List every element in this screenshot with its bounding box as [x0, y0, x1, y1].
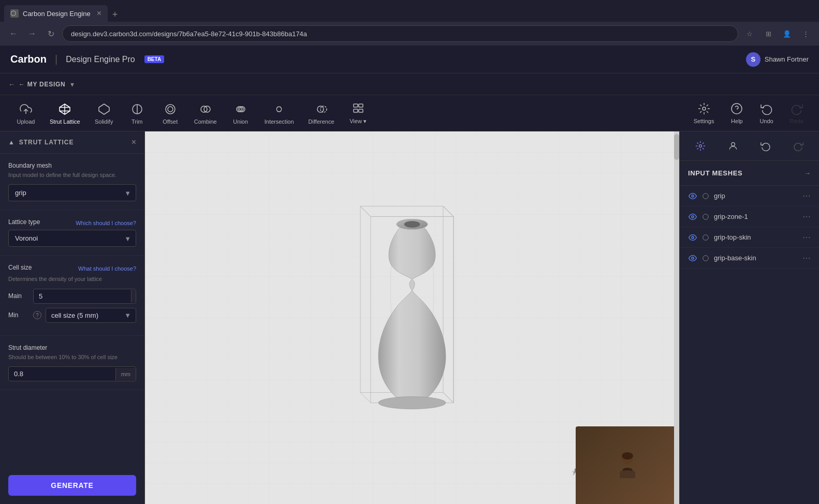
collapse-icon[interactable]: ▲	[8, 139, 15, 146]
extensions-button[interactable]: ⊞	[761, 26, 776, 41]
mesh-shape-icon-grip	[701, 192, 710, 200]
logo-separator: |	[55, 53, 57, 65]
back-to-design-button[interactable]: ← ← MY DESIGN ▾	[8, 80, 74, 88]
mesh-item-grip-top-skin[interactable]: grip-top-skin ⋯	[680, 227, 819, 248]
app: Carbon | Design Engine Pro BETA S Shawn …	[0, 46, 819, 504]
panel-title: ▲ STRUT LATTICE	[8, 139, 74, 146]
person-tool-button[interactable]	[722, 138, 744, 154]
lattice-type-help-link[interactable]: Which should I choose?	[76, 220, 136, 226]
profile-button[interactable]: 👤	[780, 26, 794, 41]
mesh-name-grip: grip	[714, 192, 798, 200]
settings-label: Settings	[694, 118, 714, 124]
undo-tool-button[interactable]	[754, 138, 777, 154]
mesh-visibility-button-grip[interactable]	[688, 191, 697, 201]
lattice-type-select[interactable]: Voronoi	[8, 230, 136, 247]
right-panel-expand-button[interactable]: →	[804, 169, 811, 177]
bookmark-button[interactable]: ☆	[742, 26, 757, 41]
mesh-item-grip-zone-1[interactable]: grip-zone-1 ⋯	[680, 206, 819, 227]
address-bar[interactable]: design.dev3.carbon3d.com/designs/7b6a7ea…	[62, 25, 738, 42]
right-panel: INPUT MESHES → grip ⋯	[679, 131, 819, 504]
main-toolbar: Upload Strut Lattice Solidify Trim	[0, 95, 819, 131]
viewport-scrollbar-handle[interactable]	[674, 134, 679, 160]
mesh-visibility-button-grip-base-skin[interactable]	[688, 254, 697, 263]
toolbar-item-upload[interactable]: Upload	[10, 99, 41, 128]
redo-label: Redo	[790, 118, 803, 124]
beta-badge: BETA	[144, 55, 164, 63]
cell-size-main-unit: mm	[131, 290, 136, 302]
my-design-label: ← MY DESIGN	[19, 81, 65, 88]
cell-size-main-row: Main mm	[8, 289, 136, 304]
strut-diameter-desc: Should be between 10% to 30% of cell siz…	[8, 353, 136, 361]
toolbar-right: Settings Help Undo Redo	[689, 99, 809, 127]
toolbar-item-intersection[interactable]: Intersection	[258, 99, 300, 128]
reload-button[interactable]: ↻	[43, 26, 58, 41]
mesh-more-button-grip[interactable]: ⋯	[802, 191, 811, 201]
mesh-item-grip[interactable]: grip ⋯	[680, 186, 819, 206]
back-button[interactable]: ←	[6, 26, 21, 41]
new-tab-button[interactable]: +	[108, 7, 122, 22]
panel-spacer	[0, 390, 144, 467]
toolbar-item-strut-lattice[interactable]: Strut Lattice	[43, 99, 86, 128]
toolbar-item-view[interactable]: View ▾	[343, 98, 374, 128]
toolbar-help-button[interactable]: Help	[725, 99, 748, 127]
toolbar-item-trim[interactable]: Trim	[122, 99, 153, 128]
upload-label: Upload	[17, 118, 35, 125]
active-tab[interactable]: ⬡ Carbon Design Engine ×	[4, 5, 108, 22]
svg-point-55	[692, 236, 694, 239]
svg-point-8	[166, 105, 175, 114]
model-3d	[334, 196, 490, 430]
redo-icon	[791, 102, 803, 116]
viewport[interactable]: z x y	[145, 131, 679, 504]
mesh-more-button-grip-top-skin[interactable]: ⋯	[802, 232, 811, 242]
cell-size-main-input[interactable]	[34, 289, 131, 303]
svg-point-54	[703, 214, 709, 219]
upload-icon	[19, 102, 33, 116]
generate-button[interactable]: GENERATE	[8, 475, 136, 496]
redo-tool-button[interactable]	[787, 138, 810, 154]
forward-button[interactable]: →	[25, 26, 39, 41]
settings-tool-button[interactable]	[689, 138, 712, 154]
menu-button[interactable]: ⋮	[798, 26, 813, 41]
boundary-mesh-select-wrapper: grip ▼	[8, 184, 136, 201]
viewport-scrollbar[interactable]	[674, 131, 679, 504]
app-header: Carbon | Design Engine Pro BETA S Shawn …	[0, 46, 819, 73]
cell-size-min-select[interactable]: cell size (5 mm)	[46, 308, 136, 323]
tab-close-button[interactable]: ×	[97, 9, 101, 18]
nav-icons: ☆ ⊞ 👤 ⋮	[742, 26, 813, 41]
mesh-visibility-button-grip-zone-1[interactable]	[688, 212, 697, 221]
boundary-mesh-desc: Input model to define the full design sp…	[8, 171, 136, 179]
mesh-item-grip-base-skin[interactable]: grip-base-skin ⋯	[680, 248, 819, 269]
boundary-mesh-select[interactable]: grip	[8, 184, 136, 201]
browser-chrome: ⬡ Carbon Design Engine × + ← → ↻ design.…	[0, 0, 819, 46]
toolbar-item-solidify[interactable]: Solidify	[89, 99, 120, 128]
user-area[interactable]: S Shawn Fortner	[746, 52, 809, 67]
person-silhouette	[612, 450, 643, 481]
svg-point-14	[317, 106, 324, 112]
svg-point-50	[732, 142, 735, 146]
mesh-more-button-grip-base-skin[interactable]: ⋯	[802, 253, 811, 263]
strut-diameter-input[interactable]	[9, 367, 115, 381]
toolbar-item-difference[interactable]: Difference	[302, 99, 341, 128]
svg-rect-16	[354, 104, 358, 107]
tab-favicon: ⬡	[10, 9, 19, 18]
undo-label: Undo	[759, 118, 773, 124]
video-placeholder	[576, 426, 679, 504]
cell-size-min-help-icon[interactable]: ?	[33, 311, 41, 319]
toolbar-undo-button[interactable]: Undo	[754, 99, 778, 127]
svg-point-51	[692, 195, 694, 197]
model-svg	[334, 196, 490, 428]
cell-size-help-link[interactable]: What should I choose?	[78, 265, 136, 272]
right-panel-toolbar	[680, 131, 819, 161]
toolbar-item-combine[interactable]: Combine	[188, 99, 223, 128]
mesh-visibility-button-grip-top-skin[interactable]	[688, 233, 697, 242]
toolbar-redo-button[interactable]: Redo	[785, 99, 809, 127]
offset-icon	[163, 102, 178, 116]
view-icon	[351, 101, 365, 116]
toolbar-settings-button[interactable]: Settings	[689, 99, 720, 127]
boundary-mesh-label: Boundary mesh	[8, 162, 136, 169]
mesh-more-button-grip-zone-1[interactable]: ⋯	[802, 212, 811, 221]
design-dropdown-icon[interactable]: ▾	[70, 80, 74, 88]
toolbar-item-union[interactable]: Union	[225, 99, 256, 128]
toolbar-item-offset[interactable]: Offset	[155, 99, 186, 128]
panel-close-button[interactable]: ×	[131, 138, 136, 147]
